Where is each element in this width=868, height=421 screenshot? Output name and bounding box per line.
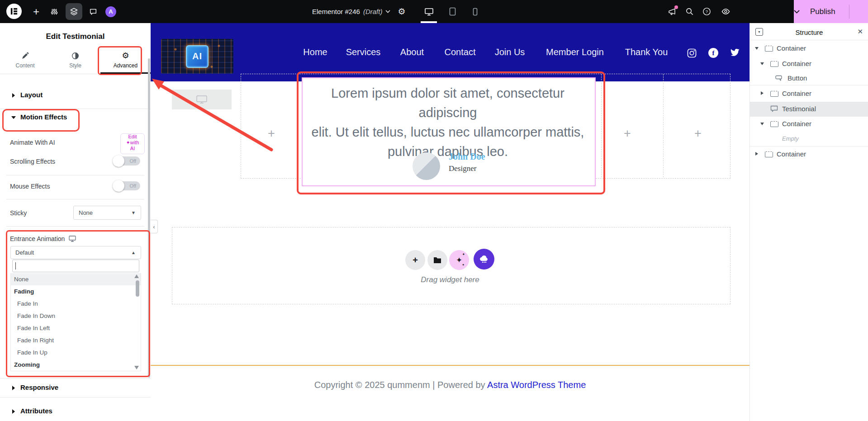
notes-icon[interactable] [87, 0, 100, 23]
dropdown-option-fade-in-up[interactable]: Fade In Up [11, 346, 141, 359]
structure-item-button[interactable]: Button [750, 71, 868, 85]
chevron-right-icon [12, 93, 15, 98]
chevron-right-icon[interactable] [761, 91, 764, 95]
site-settings-icon[interactable] [48, 0, 61, 23]
add-widget-plus-icon[interactable]: + [694, 127, 702, 141]
structure-item-container-2[interactable]: Container [750, 57, 868, 71]
dropdown-option-fade-in[interactable]: Fade In [11, 298, 141, 310]
structure-panel-icon[interactable] [66, 3, 82, 20]
nav-home[interactable]: Home [303, 47, 327, 57]
device-tablet-icon[interactable] [446, 0, 459, 23]
responsive-monitor-icon[interactable] [69, 236, 76, 242]
section-layout-label: Layout [20, 91, 43, 99]
structure-panel-title: Structure [750, 28, 868, 36]
chevron-down-icon[interactable] [760, 62, 764, 65]
cloud-templates-button[interactable] [474, 249, 494, 270]
instagram-icon[interactable] [687, 48, 697, 58]
astra-theme-link[interactable]: Astra WordPress Theme [487, 380, 586, 390]
add-widget-button[interactable]: + [405, 250, 425, 270]
scrolling-effects-toggle[interactable]: Off [114, 156, 140, 166]
chevron-down-icon [11, 116, 16, 119]
caret-up-icon: ▲ [131, 250, 136, 255]
chevron-down-icon[interactable] [755, 47, 759, 50]
edit-with-ai-button[interactable]: Edit ✦with AI [120, 133, 145, 154]
animation-dropdown-list: None Fading Fade In Fade In Down Fade In… [10, 273, 141, 371]
chevron-down-icon[interactable] [760, 123, 764, 125]
tab-content[interactable]: Content [0, 47, 50, 74]
widget-settings-panel: Edit Testimonial Content Style ⚙ Advance… [0, 23, 151, 421]
device-desktop-icon[interactable] [422, 0, 436, 23]
animation-search-input[interactable] [12, 260, 139, 272]
panel-collapse-handle[interactable]: ‹ [151, 220, 158, 233]
chevron-right-icon[interactable] [755, 152, 758, 156]
facebook-icon[interactable]: f [708, 48, 718, 58]
nav-services[interactable]: Services [346, 47, 381, 57]
gear-icon: ⚙ [122, 52, 129, 60]
chevron-down-icon [385, 10, 390, 13]
structure-item-container-1[interactable]: Container [750, 41, 868, 56]
nav-join-us[interactable]: Join Us [495, 47, 525, 57]
list-scroll-up-icon[interactable] [134, 274, 139, 278]
template-library-button[interactable] [427, 250, 447, 270]
chevron-right-icon [12, 386, 15, 390]
tab-style-label: Style [69, 62, 81, 69]
structure-item-container-4[interactable]: Container [750, 117, 868, 131]
publish-button[interactable]: Publish [794, 0, 868, 23]
document-switcher[interactable]: Elementor #246 (Draft) [312, 0, 390, 23]
site-footer-copyright: Copyright © 2025 qummenm | Powered by As… [151, 380, 749, 390]
device-mobile-icon[interactable] [470, 0, 480, 23]
dropdown-option-none[interactable]: None [11, 273, 141, 285]
whats-new-megaphone-icon[interactable] [665, 0, 679, 23]
add-element-icon[interactable]: + [30, 0, 43, 23]
site-logo-image[interactable]: AI [161, 39, 233, 74]
elementor-editor: + A Elementor #246 (Draft) ⚙ [0, 0, 868, 421]
astra-theme-icon[interactable]: A [105, 0, 117, 23]
panel-scrollbar[interactable] [148, 58, 150, 378]
list-scrollbar-thumb[interactable] [136, 280, 139, 297]
structure-item-container-5[interactable]: Container [750, 147, 868, 161]
column-divider [601, 74, 602, 177]
nav-contact[interactable]: Contact [445, 47, 476, 57]
dropdown-option-fade-in-left[interactable]: Fade In Left [11, 322, 141, 334]
nav-about[interactable]: About [400, 47, 424, 57]
pencil-icon [21, 52, 29, 60]
add-widget-plus-icon[interactable]: + [268, 127, 275, 141]
footer-separator-line [151, 365, 749, 366]
settings-gear-icon[interactable]: ⚙ [395, 0, 408, 23]
ai-builder-button[interactable]: ✦✦✦ [449, 250, 469, 270]
help-icon[interactable]: ? [700, 0, 713, 23]
structure-panel: ▼ Structure ✕ Container Container Button… [749, 23, 868, 421]
structure-item-container-3[interactable]: Container [750, 86, 868, 101]
structure-item-testimonial[interactable]: Testimonial [750, 102, 868, 116]
container-icon [765, 151, 773, 157]
edit-with-ai-line2: ✦with [121, 140, 144, 146]
style-contrast-icon [71, 52, 79, 60]
elementor-logo[interactable] [6, 4, 22, 19]
mouse-effects-toggle[interactable]: Off [114, 181, 140, 190]
tab-style[interactable]: Style [50, 47, 100, 74]
search-icon[interactable] [683, 0, 696, 23]
column-divider [297, 74, 298, 177]
tab-advanced[interactable]: ⚙ Advanced [100, 47, 151, 74]
preview-eye-icon[interactable] [719, 0, 732, 23]
list-scroll-down-icon[interactable] [134, 366, 139, 369]
chevron-right-icon [12, 409, 15, 414]
sticky-select[interactable]: None ▼ [73, 206, 141, 220]
close-icon[interactable]: ✕ [857, 28, 863, 36]
container-icon [770, 91, 778, 97]
empty-widget-placeholder[interactable] [172, 90, 232, 109]
add-widget-plus-icon[interactable]: + [624, 127, 631, 141]
nav-thank-you[interactable]: Thank You [625, 47, 668, 57]
nav-member-login[interactable]: Member Login [546, 47, 604, 57]
testimonial-widget-icon [770, 105, 778, 113]
sparkles-icon: ✦✦✦ [456, 255, 462, 265]
twitter-icon[interactable] [730, 48, 740, 57]
text-cursor [15, 262, 16, 270]
editor-canvas: AI Home Services About Contact Join Us M… [151, 23, 749, 421]
dropdown-option-fade-in-right[interactable]: Fade In Right [11, 334, 141, 346]
dropdown-option-fade-in-down[interactable]: Fade In Down [11, 310, 141, 322]
container-icon [770, 121, 778, 127]
container-icon [765, 46, 773, 52]
sticky-label: Sticky [10, 209, 27, 217]
entrance-animation-select[interactable]: Default ▲ [10, 246, 141, 259]
